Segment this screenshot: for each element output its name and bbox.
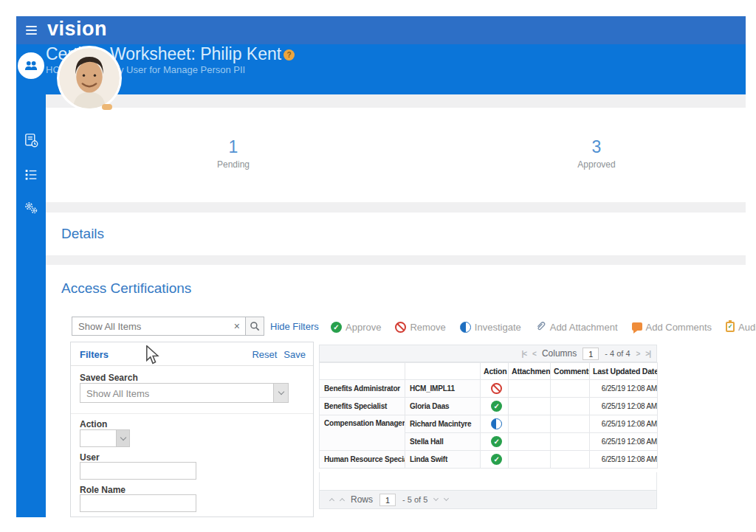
role-cell: Benefits Administrator [320,380,405,398]
save-link[interactable]: Save [284,349,306,360]
role-name-field[interactable] [80,494,196,512]
separator-strip [46,202,746,213]
page-header: Certifier Worksheet: Philip Kent? HCM FY… [46,44,746,94]
saved-search-label: Saved Search [80,373,138,383]
role-cell: Benefits Specialist [320,398,405,415]
remove-status-icon [491,383,502,394]
last-updated-column-header[interactable]: Last Updated Date [590,363,658,380]
date-cell: 6/25/19 12:08 AM [590,451,658,469]
table-row[interactable]: Benefits Specialist Gloria Daas ✓ 6/25/1… [320,398,658,415]
user-field[interactable] [80,462,196,480]
date-cell: 6/25/19 12:08 AM [590,433,658,451]
first-rows-icon[interactable] [329,498,334,503]
sidebar-item-setup[interactable] [16,195,46,224]
attachments-cell [509,398,551,415]
action-cell [481,380,509,398]
first-columns-icon[interactable]: |< [521,350,526,358]
action-select[interactable] [80,429,130,447]
last-columns-icon[interactable]: >| [645,350,650,358]
rows-pager-range: - 5 of 5 [402,495,427,504]
audit-history-label: Audit History [738,322,756,333]
table-row[interactable]: Compensation Manager Richard Macintyre 6… [320,415,658,433]
action-column-header[interactable]: Action [481,363,509,380]
filters-title: Filters [80,349,109,360]
hide-filters-link[interactable]: Hide Filters [270,321,319,332]
separator-strip [46,255,746,265]
attachments-cell [509,415,551,433]
sidebar-item-schedule[interactable] [16,127,46,156]
audit-clipboard-icon: ✓ [726,322,735,332]
chevron-down-icon[interactable] [273,384,288,402]
next-rows-icon[interactable] [433,496,439,501]
investigate-button[interactable]: Investigate [460,322,521,333]
avatar-photo [59,48,120,108]
user-column-header [405,363,481,380]
attachments-cell [509,451,551,469]
approve-label: Approve [346,322,381,333]
stat-approved-value: 3 [552,137,641,156]
next-columns-icon[interactable]: > [636,350,640,358]
reset-link[interactable]: Reset [252,349,277,360]
paperclip-icon [535,320,546,334]
action-cell: ✓ [481,398,509,415]
rows-pager: Rows 1 - 5 of 5 [319,490,657,509]
last-rows-icon[interactable] [444,496,449,501]
user-cell: Richard Macintyre [405,415,481,433]
add-attachment-label: Add Attachment [550,322,618,333]
sidebar-item-people[interactable] [16,51,46,80]
avatar [57,46,122,111]
actions-toolbar: ✓ Approve Remove Investigate Add Attachm… [331,319,756,334]
user-cell: Linda Swift [405,451,481,469]
action-cell: ✓ [481,433,509,451]
columns-pager-range: - 4 of 4 [605,349,630,358]
columns-page-input[interactable]: 1 [583,348,599,360]
comment-bubble-icon [632,322,642,331]
search-input[interactable] [72,317,227,335]
hamburger-menu-icon[interactable] [26,26,37,35]
search-button[interactable] [245,317,264,336]
sidebar-item-worklist[interactable] [16,162,46,191]
filters-panel: Filters Reset Save Saved Search Show All… [70,342,314,517]
add-attachment-button[interactable]: Add Attachment [535,320,618,334]
action-cell [481,415,509,433]
action-label: Action [80,419,107,429]
chevron-down-icon[interactable] [116,430,129,446]
filters-header: Filters Reset Save [71,342,313,366]
table-empty-area [319,472,657,490]
clear-search-icon[interactable]: × [234,320,240,332]
page-subtitle: HCM FY20 Certify User for Manage Person … [46,64,746,75]
attachments-cell [509,433,551,451]
comments-column-header[interactable]: Comments [551,363,590,380]
worklist-icon [23,167,39,186]
approve-status-icon: ✓ [491,401,502,412]
saved-search-box: × [72,317,246,336]
top-bar: vision [16,16,746,44]
table-header-row: Action Attachments Comments Last Updated… [320,363,658,380]
user-cell: Stella Hall [405,433,481,451]
action-cell: ✓ [481,451,509,469]
audit-history-button[interactable]: ✓ Audit History [726,322,756,333]
stat-approved: 3 Approved [552,137,641,170]
table-row[interactable]: Benefits Administrator HCM_IMPL11 6/25/1… [320,380,658,398]
certifications-table: Action Attachments Comments Last Updated… [319,362,658,469]
approve-icon: ✓ [331,322,342,333]
date-cell: 6/25/19 12:08 AM [590,398,658,415]
saved-search-select[interactable]: Show All Items [80,383,289,403]
help-badge-icon[interactable]: ? [284,49,295,61]
add-comments-label: Add Comments [646,322,712,333]
prev-columns-icon[interactable]: < [532,350,536,358]
attachments-column-header[interactable]: Attachments [509,363,551,380]
stat-pending-label: Pending [189,159,278,170]
prev-rows-icon[interactable] [340,498,345,503]
section-access-certifications[interactable]: Access Certifications [61,280,191,297]
remove-button[interactable]: Remove [395,322,445,333]
add-comments-button[interactable]: Add Comments [632,322,712,333]
table-row[interactable]: Human Resource Specialist Linda Swift ✓ … [320,451,658,469]
section-details[interactable]: Details [61,226,104,242]
people-icon [18,52,44,79]
rows-page-input[interactable]: 1 [379,494,396,506]
approve-button[interactable]: ✓ Approve [331,322,381,333]
columns-pager-label: Columns [542,348,577,359]
investigate-icon [460,322,471,333]
app-window: vision [0,0,756,532]
